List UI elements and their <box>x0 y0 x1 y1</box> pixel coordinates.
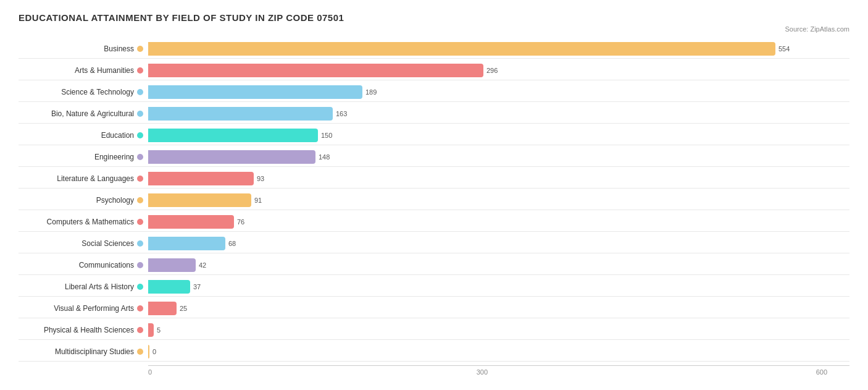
bar-value-label: 163 <box>336 110 347 117</box>
bar-fill <box>148 302 177 315</box>
bar-row: Computers & Mathematics76 <box>19 212 849 232</box>
bar-color-dot <box>137 111 143 117</box>
bar-color-dot <box>137 284 143 290</box>
bar-row: Arts & Humanities296 <box>19 61 849 80</box>
bar-value-label: 150 <box>321 132 332 139</box>
source-label: Source: ZipAtlas.com <box>19 25 849 33</box>
bar-fill <box>148 237 225 250</box>
bar-container: 93 <box>148 172 849 185</box>
x-axis-tick: 300 <box>148 368 488 376</box>
bar-label: Multidisciplinary Studies <box>19 347 148 356</box>
bar-container: 554 <box>148 42 849 56</box>
bar-fill <box>148 215 234 229</box>
bar-container: 42 <box>148 258 849 272</box>
bar-fill <box>148 193 251 207</box>
bar-row: Business554 <box>19 39 849 59</box>
x-axis-tick: 600 <box>488 368 827 376</box>
bar-category-label: Multidisciplinary Studies <box>55 347 134 356</box>
bar-value-label: 76 <box>237 218 244 226</box>
bar-fill <box>148 85 362 99</box>
bar-fill <box>148 107 333 121</box>
bar-container: 37 <box>148 280 849 294</box>
bar-category-label: Physical & Health Sciences <box>44 326 134 334</box>
bar-color-dot <box>137 327 143 333</box>
bar-color-dot <box>137 132 143 138</box>
bar-row: Bio, Nature & Agricultural163 <box>19 104 849 124</box>
bar-category-label: Social Sciences <box>81 239 134 248</box>
bar-label: Psychology <box>19 196 148 205</box>
bar-row: Visual & Performing Arts25 <box>19 299 849 318</box>
bar-container: 189 <box>148 85 849 99</box>
bar-container: 91 <box>148 193 849 207</box>
bar-fill <box>148 345 149 358</box>
bar-value-label: 189 <box>365 88 377 96</box>
bar-category-label: Business <box>104 45 134 53</box>
bar-category-label: Science & Technology <box>61 88 134 96</box>
bar-label: Computers & Mathematics <box>19 218 148 226</box>
bar-container: 0 <box>148 345 849 358</box>
bar-color-dot <box>137 240 143 247</box>
bar-row: Engineering148 <box>19 147 849 167</box>
bar-fill <box>148 129 318 142</box>
bar-label: Engineering <box>19 153 148 161</box>
bar-fill <box>148 42 775 56</box>
x-axis: 0300600 <box>148 365 849 376</box>
bar-category-label: Arts & Humanities <box>75 66 134 75</box>
bar-category-label: Engineering <box>94 153 134 161</box>
bar-label: Visual & Performing Arts <box>19 304 148 313</box>
bar-category-label: Liberal Arts & History <box>65 282 134 291</box>
bar-value-label: 296 <box>486 67 498 74</box>
bar-value-label: 5 <box>157 326 161 334</box>
bar-row: Social Sciences68 <box>19 234 849 253</box>
bar-color-dot <box>137 89 143 95</box>
bar-row: Science & Technology189 <box>19 82 849 102</box>
bar-fill <box>148 258 196 272</box>
bar-row: Communications42 <box>19 255 849 275</box>
bar-fill <box>148 150 315 164</box>
bar-fill <box>148 280 190 294</box>
bar-label: Social Sciences <box>19 239 148 248</box>
bar-category-label: Communications <box>79 261 134 269</box>
chart-title: EDUCATIONAL ATTAINMENT BY FIELD OF STUDY… <box>19 12 849 23</box>
bar-value-label: 25 <box>180 305 187 312</box>
bar-container: 150 <box>148 129 849 142</box>
bar-label: Arts & Humanities <box>19 66 148 75</box>
chart-area: Business554Arts & Humanities296Science &… <box>19 39 849 376</box>
bar-value-label: 148 <box>319 153 330 161</box>
bar-container: 68 <box>148 237 849 250</box>
bar-category-label: Visual & Performing Arts <box>54 304 134 313</box>
bar-row: Multidisciplinary Studies0 <box>19 342 849 362</box>
bar-color-dot <box>137 219 143 225</box>
bar-label: Communications <box>19 261 148 269</box>
bar-label: Business <box>19 45 148 53</box>
bar-value-label: 554 <box>778 45 790 53</box>
bar-row: Liberal Arts & History37 <box>19 277 849 297</box>
bar-fill <box>148 172 254 185</box>
bar-color-dot <box>137 67 143 74</box>
bar-label: Literature & Languages <box>19 174 148 183</box>
bar-category-label: Psychology <box>96 196 134 205</box>
bar-row: Literature & Languages93 <box>19 169 849 189</box>
bar-container: 163 <box>148 107 849 121</box>
bar-color-dot <box>137 154 143 160</box>
bar-label: Liberal Arts & History <box>19 282 148 291</box>
bar-value-label: 91 <box>254 197 262 204</box>
bar-container: 25 <box>148 302 849 315</box>
bar-value-label: 93 <box>257 175 264 182</box>
bar-container: 296 <box>148 64 849 77</box>
bar-category-label: Literature & Languages <box>57 174 134 183</box>
bar-value-label: 0 <box>152 348 156 355</box>
bar-fill <box>148 64 483 77</box>
bar-category-label: Computers & Mathematics <box>47 218 134 226</box>
bar-category-label: Bio, Nature & Agricultural <box>51 109 134 118</box>
bar-container: 5 <box>148 323 849 337</box>
bar-color-dot <box>137 262 143 268</box>
bar-label: Bio, Nature & Agricultural <box>19 109 148 118</box>
bar-color-dot <box>137 305 143 312</box>
bar-label: Science & Technology <box>19 88 148 96</box>
bar-container: 148 <box>148 150 849 164</box>
bar-color-dot <box>137 176 143 182</box>
bar-row: Physical & Health Sciences5 <box>19 320 849 340</box>
bar-fill <box>148 323 154 337</box>
bar-value-label: 37 <box>193 283 201 290</box>
